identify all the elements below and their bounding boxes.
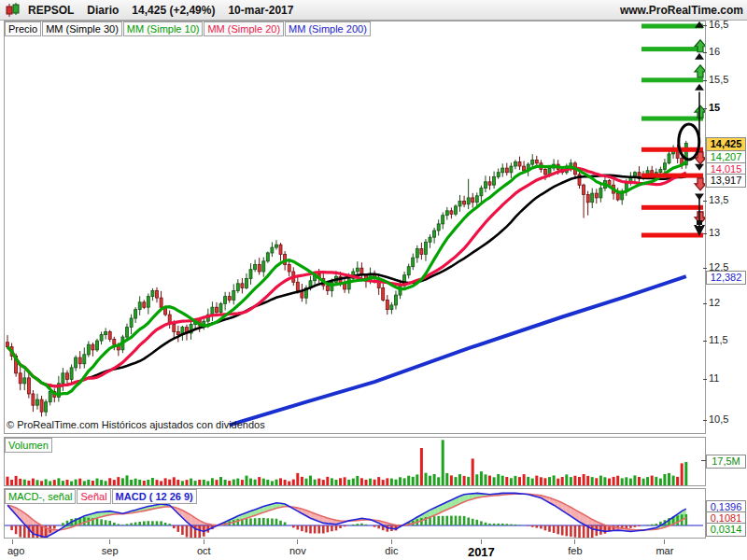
volume-bar: [246, 476, 248, 485]
candle-body: [19, 373, 21, 384]
macd-histogram-bar: [574, 525, 577, 538]
candle-body: [27, 378, 30, 394]
macd-histogram-bar: [548, 525, 551, 532]
macd-histogram-bar: [561, 525, 564, 536]
macd-histogram-bar: [267, 518, 270, 525]
candle-body: [488, 182, 491, 185]
volume-chip[interactable]: Volumen: [5, 438, 52, 453]
macd-histogram-bar: [317, 525, 320, 534]
candle-body: [518, 161, 521, 166]
volume-bar: [147, 480, 149, 485]
volume-bar: [344, 477, 346, 485]
volume-bar: [83, 481, 86, 485]
macd-histogram-bar: [15, 525, 18, 534]
mm200-line: [230, 276, 686, 425]
down-arrow[interactable]: [695, 178, 705, 190]
candle-body: [134, 310, 137, 318]
volume-bar: [70, 482, 73, 485]
volume-bar: [493, 477, 496, 485]
legend-chip[interactable]: Precio: [5, 21, 41, 36]
macd-histogram-bar: [476, 520, 479, 525]
volume-bar: [352, 479, 355, 485]
support-bar[interactable]: [641, 233, 703, 238]
macd-histogram-bar: [198, 525, 201, 538]
macd-chip[interactable]: MACD ( 12 26 9): [112, 489, 197, 504]
candle-body: [442, 216, 444, 224]
legend-chip[interactable]: MM (Simple 30): [42, 21, 122, 36]
legend-chip[interactable]: MM (Simple 20): [204, 21, 284, 36]
candle-body: [224, 297, 227, 304]
support-bar[interactable]: [641, 174, 703, 178]
volume-chart[interactable]: [5, 438, 705, 485]
volume-bar: [425, 473, 428, 485]
candle-body: [228, 297, 231, 301]
macd-histogram-bar: [96, 518, 99, 525]
month-label: ago: [7, 545, 24, 556]
volume-bar: [254, 480, 257, 485]
macd-histogram-bar: [331, 525, 333, 531]
price-tick: [703, 52, 707, 53]
price-legend: PrecioMM (Simple 30)MM (Simple 10)MM (Si…: [5, 21, 371, 36]
volume-bar: [113, 480, 116, 485]
macd-histogram-bar: [160, 521, 162, 525]
support-bar[interactable]: [641, 205, 703, 210]
candle-body: [100, 335, 103, 342]
macd-histogram-bar: [143, 522, 146, 526]
volume-bar: [219, 477, 222, 485]
legend-chip[interactable]: MM (Simple 10): [123, 21, 204, 36]
volume-panel: [4, 437, 706, 486]
macd-histogram-bar: [314, 525, 317, 534]
price-tick: [703, 233, 707, 234]
volume-bar: [586, 476, 589, 485]
volume-bar: [7, 477, 9, 485]
volume-bar: [548, 477, 551, 485]
volume-bar: [365, 480, 368, 485]
volume-bar: [646, 477, 649, 485]
support-bar[interactable]: [641, 147, 703, 152]
volume-bar: [659, 479, 662, 485]
volume-bar: [134, 479, 137, 485]
volume-bar: [356, 476, 359, 485]
volume-bar: [271, 481, 274, 485]
legend-chip[interactable]: MM (Simple 200): [285, 21, 371, 36]
candle-body: [395, 295, 398, 305]
candle-body: [382, 287, 385, 300]
volume-bar: [23, 480, 26, 485]
macd-histogram-bar: [254, 518, 257, 525]
resistance-bar[interactable]: [641, 24, 703, 29]
candle-body: [433, 231, 436, 237]
price-tick: [703, 420, 707, 421]
macd-histogram-bar: [488, 524, 491, 525]
candle-body: [412, 258, 415, 267]
macd-legend: MACD-, señalSeñalMACD ( 12 26 9): [5, 489, 197, 504]
volume-bar: [181, 481, 184, 485]
resistance-bar[interactable]: [641, 117, 703, 121]
candle-body: [75, 357, 78, 368]
volume-bar: [224, 480, 227, 485]
candle-body: [493, 176, 496, 185]
candle-body: [591, 193, 594, 203]
macd-chip[interactable]: Señal: [77, 489, 110, 504]
candlestick-chart[interactable]: [5, 21, 705, 433]
macd-histogram-bar: [433, 516, 436, 525]
black-up-mark: [695, 53, 704, 60]
candle-body: [416, 249, 418, 259]
candle-body: [92, 344, 94, 350]
price-tick-label: 16: [709, 46, 720, 57]
macd-chip[interactable]: MACD-, señal: [5, 489, 76, 504]
candle-body: [216, 307, 218, 313]
volume-bar: [296, 473, 299, 485]
resistance-bar[interactable]: [641, 77, 703, 82]
volume-bar: [275, 480, 278, 485]
price-tick-label: 15,5: [709, 74, 728, 85]
macd-histogram-bar: [514, 525, 517, 525]
resistance-bar[interactable]: [641, 47, 703, 51]
macd-histogram-bar: [327, 525, 330, 532]
highlight-ellipse[interactable]: [679, 124, 699, 160]
black-up-mark: [695, 84, 704, 91]
macd-histogram-bar: [485, 523, 487, 525]
macd-histogram-bar: [292, 525, 295, 527]
macd-histogram-bar: [583, 525, 585, 538]
volume-bar: [416, 474, 418, 485]
up-arrow[interactable]: [695, 65, 705, 77]
